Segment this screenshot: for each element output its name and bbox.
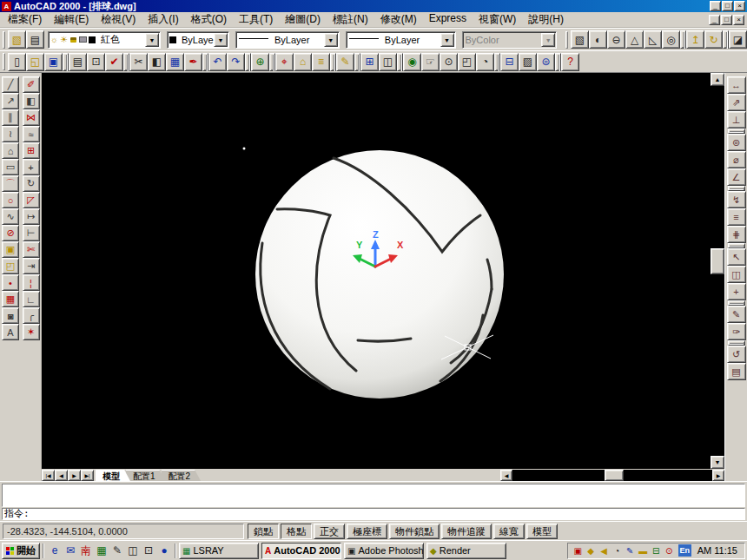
properties-icon[interactable]: ▨: [519, 53, 537, 71]
drawing-canvas[interactable]: Z Y X: [42, 73, 711, 469]
tab-layout1[interactable]: 配置1: [126, 470, 166, 481]
color-combo[interactable]: ByLayer ▼: [167, 31, 229, 49]
break-icon[interactable]: ¦: [23, 274, 40, 291]
paint-icon[interactable]: ✎: [109, 543, 125, 558]
quick-leader-icon[interactable]: ↖: [727, 248, 746, 266]
command-history[interactable]: 指令: *取消*指令: *取消*: [2, 484, 745, 507]
new-file-icon[interactable]: ▯: [8, 53, 26, 71]
erase-icon[interactable]: ✐: [23, 76, 40, 93]
offset-icon[interactable]: ≈: [23, 126, 40, 142]
tray-monitor-icon[interactable]: ⊟: [650, 544, 663, 557]
line-icon[interactable]: ╱: [2, 76, 19, 93]
fillet-icon[interactable]: ╭: [23, 307, 40, 324]
ordinate-dimension-icon[interactable]: ⊥: [727, 111, 746, 128]
lengthen-icon[interactable]: ⊢: [23, 225, 40, 241]
tray-graphics-icon[interactable]: ✎: [624, 544, 637, 557]
tab-nav-first[interactable]: |◀: [42, 470, 55, 481]
aligned-dimension-icon[interactable]: ⇗: [727, 94, 746, 111]
zoom-window-icon[interactable]: ◰: [458, 53, 476, 71]
radius-dimension-icon[interactable]: ⊚: [727, 134, 746, 151]
region-icon[interactable]: ◙: [2, 307, 19, 324]
horizontal-scrollbar[interactable]: ◀ ▶: [500, 470, 724, 481]
redo-icon[interactable]: ↷: [227, 53, 245, 71]
network-icon[interactable]: ⊡: [141, 543, 156, 558]
polar-toggle[interactable]: 極座標: [347, 524, 387, 539]
restore-button[interactable]: □: [722, 1, 733, 11]
tab-model[interactable]: 模型: [96, 470, 130, 481]
coordinate-readout[interactable]: -28.4323, -144.5104, 0.0000: [3, 524, 244, 539]
tab-nav-last[interactable]: ▶|: [81, 470, 94, 481]
tray-scheduler-icon[interactable]: ◆: [585, 544, 598, 557]
vertical-scroll-thumb[interactable]: [711, 248, 724, 274]
open-folder-icon[interactable]: ◱: [26, 53, 44, 71]
chevron-down-icon[interactable]: ▼: [440, 33, 454, 47]
tray-search-icon[interactable]: ⊙: [663, 544, 676, 557]
scroll-up-icon[interactable]: ▲: [711, 73, 724, 86]
dimension-update-icon[interactable]: ↺: [727, 346, 746, 363]
osnap-toggle[interactable]: 物件鎖點: [389, 524, 440, 539]
menu-item[interactable]: 編輯(E): [48, 11, 95, 28]
construction-line-icon[interactable]: ↗: [2, 93, 19, 109]
task-autocad[interactable]: A AutoCAD 2000...: [261, 543, 341, 559]
stretch-icon[interactable]: ↦: [23, 208, 40, 225]
menu-item[interactable]: 檢視(V): [95, 11, 142, 28]
distance-icon[interactable]: ≡: [312, 53, 330, 71]
language-indicator[interactable]: En: [678, 544, 691, 557]
pan-icon[interactable]: ☞: [421, 53, 440, 71]
linetype-combo[interactable]: ByLayer ▼: [235, 31, 340, 49]
sphere-icon[interactable]: ◐: [589, 30, 607, 49]
chevron-down-icon[interactable]: ▼: [324, 33, 338, 47]
menu-item[interactable]: 視窗(W): [473, 11, 522, 28]
toolbar-grip[interactable]: [565, 31, 568, 49]
copy-object-icon[interactable]: ◧: [23, 93, 40, 109]
otrack-toggle[interactable]: 物件追蹤: [441, 524, 492, 539]
paste-icon[interactable]: ▦: [166, 53, 184, 71]
help-icon[interactable]: ?: [561, 53, 579, 71]
toolbar-grip[interactable]: [3, 53, 5, 70]
revolve-icon[interactable]: ↻: [704, 30, 723, 49]
menu-item[interactable]: 繪圖(D): [279, 11, 327, 28]
menu-item[interactable]: Express: [423, 11, 473, 28]
snap-from-icon[interactable]: ⌂: [294, 53, 312, 71]
layer-combo[interactable]: ☼ ☀ 紅色 ▼: [48, 31, 161, 49]
task-lsray[interactable]: ▦ LSRAY: [179, 543, 259, 559]
scroll-left-icon[interactable]: ◀: [500, 470, 512, 481]
tray-dial-icon[interactable]: ◔: [611, 544, 624, 557]
point-icon[interactable]: •: [2, 274, 19, 291]
task-photoshop[interactable]: ▣ Adobe Photoshop: [344, 543, 424, 559]
spelling-icon[interactable]: ✔: [105, 53, 123, 71]
save-icon[interactable]: ▣: [44, 53, 63, 71]
outlook-icon[interactable]: ✉: [63, 543, 78, 558]
quick-dimension-icon[interactable]: ↯: [727, 191, 746, 208]
hatch-icon[interactable]: ▦: [2, 291, 19, 307]
tab-nav-next[interactable]: ▶: [68, 470, 81, 481]
vertical-scroll-track[interactable]: [711, 86, 724, 456]
center-mark-icon[interactable]: +: [727, 283, 746, 300]
array-icon[interactable]: ⊞: [23, 142, 40, 159]
zoom-previous-icon[interactable]: ◔: [476, 53, 494, 71]
box-icon[interactable]: ▧: [571, 30, 589, 49]
dimension-text-edit-icon[interactable]: ✑: [727, 323, 746, 340]
lineweight-combo[interactable]: ByLayer ▼: [346, 31, 456, 49]
multiline-icon[interactable]: ∥: [2, 109, 19, 126]
desktop-icon[interactable]: ▦: [94, 543, 109, 558]
tray-display-icon[interactable]: ▣: [572, 544, 585, 557]
dimension-style-icon[interactable]: ▤: [727, 363, 746, 380]
insert-block-icon[interactable]: ▣: [2, 241, 19, 258]
menu-item[interactable]: 說明(H): [522, 11, 570, 28]
menu-item[interactable]: 修改(M): [374, 11, 423, 28]
trim-icon[interactable]: ✄: [23, 241, 40, 258]
chamfer-icon[interactable]: ∟: [23, 291, 40, 307]
make-block-icon[interactable]: ◰: [2, 258, 19, 274]
slice-icon[interactable]: ◪: [729, 30, 747, 49]
make-object-layer-current-button[interactable]: ▧: [8, 30, 26, 49]
mdi-restore-button[interactable]: □: [721, 15, 732, 25]
tray-security-icon[interactable]: ▬: [637, 544, 650, 557]
grid-toggle[interactable]: 格點: [281, 524, 312, 539]
print-icon[interactable]: ▤: [69, 53, 87, 71]
tab-nav-prev[interactable]: ◀: [55, 470, 68, 481]
explode-icon[interactable]: ✶: [23, 324, 40, 340]
taskbar-clock[interactable]: AM 11:15: [694, 545, 741, 556]
copy-icon[interactable]: ◧: [148, 53, 166, 71]
continue-dimension-icon[interactable]: ⋕: [727, 226, 746, 243]
